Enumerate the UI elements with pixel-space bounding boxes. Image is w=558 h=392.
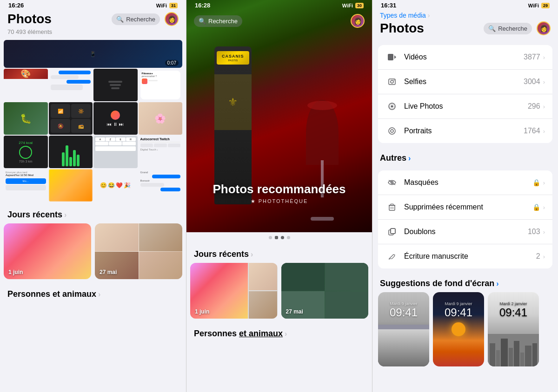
app-title-3: Photos: [380, 21, 424, 36]
video-thumb[interactable]: 📱 0:07: [4, 40, 182, 68]
header-actions-1: 🔍 Recherche 👩: [112, 12, 179, 26]
app-header-3: Photos 🔍 Recherche 👩: [372, 19, 558, 41]
wp-beach-time: Mardi 9 janvier 09:41: [378, 301, 429, 319]
day-card-27mai-1[interactable]: 27 mai: [95, 223, 182, 279]
photo-cell-stats1[interactable]: 274 kcal 70h 3 km: [4, 136, 48, 168]
svg-rect-12: [389, 205, 395, 210]
status-bar-1: 16:26 WiFi 31: [0, 0, 186, 10]
section-recent-days-2[interactable]: Jours récents ›: [186, 243, 372, 263]
photo-cell-controlcenter[interactable]: 📶 🔆 🔕 📻: [49, 102, 93, 135]
day-card-1jun-2[interactable]: 1 juin: [190, 263, 278, 319]
svg-point-8: [389, 128, 395, 134]
photo-cell-barchart[interactable]: [49, 136, 93, 168]
autres-arrow: ›: [408, 154, 411, 163]
people-label-1: Personnes et animaux: [7, 289, 96, 299]
wallpaper-city[interactable]: Mardi 2 janvier 09:41: [488, 292, 539, 366]
wp-city-clock: 09:41: [488, 306, 539, 319]
videos-label: Vidéos: [404, 53, 524, 61]
wifi-icon-2: WiFi: [342, 3, 353, 8]
people-label-2: Personnes et animaux: [194, 329, 283, 339]
days-row-1: 1 juin 27 mai: [0, 223, 186, 283]
media-item-livephotos[interactable]: Live Photos 296 ›: [378, 94, 552, 119]
avatar-2[interactable]: 👩: [351, 14, 365, 28]
svg-rect-0: [388, 54, 393, 60]
portraits-icon: [385, 124, 399, 137]
photo-cell-green[interactable]: 🐛: [4, 102, 48, 135]
hero-title: Photos recommandées: [186, 182, 372, 196]
ecriture-icon: [385, 250, 399, 263]
svg-point-3: [391, 80, 393, 83]
photo-cell-dark[interactable]: [93, 69, 138, 101]
days-row-2: 1 juin 27 mai: [186, 263, 372, 322]
day-label-27mai-2: 27 mai: [286, 308, 303, 315]
photo-cell-anime[interactable]: 🎨: [4, 69, 48, 101]
breadcrumb-arrow-3: ›: [428, 12, 430, 19]
avatar-3[interactable]: 👩: [537, 21, 551, 35]
photo-cell-player[interactable]: ⏮ ⏸ ⏭: [93, 102, 138, 135]
autres-label: Autres: [380, 153, 406, 163]
status-time-2: 16:28: [195, 2, 210, 9]
search-label-3: Recherche: [498, 25, 527, 32]
dot-4: [287, 236, 290, 239]
photo-cell-notification[interactable]: Fitness+ personnalisé ?: [139, 69, 183, 101]
panel-media-types: 16:31 WiFi 29 Types de média › Photos 🔍 …: [372, 0, 558, 392]
photo-cell-schedule[interactable]: Envoyer plus tard Aujourd'hui 12:50 Mod …: [4, 169, 48, 202]
panel-featured: 16:28 WiFi 30 🔍 Recherche 👩 CASANIS PAST…: [186, 0, 372, 392]
selfies-count: 3004: [524, 78, 540, 86]
suggestions-header[interactable]: Suggestions de fond d'écran ›: [372, 272, 558, 292]
panel-photos-library: 16:26 WiFi 31 Photos 🔍 Recherche 👩 70 49…: [0, 0, 186, 392]
wallpaper-beach[interactable]: Mardi 9 janvier 09:41: [378, 292, 429, 366]
recent-days-arrow-2: ›: [251, 250, 253, 259]
battery-1: 31: [169, 3, 178, 8]
search-button-1[interactable]: 🔍 Recherche: [112, 13, 160, 25]
photo-cell-autocomplete[interactable]: Autocorrect Twitch Digital Touch ›: [139, 136, 183, 168]
section-people-1[interactable]: Personnes et animaux ›: [0, 283, 186, 303]
wifi-icon-3: WiFi: [528, 3, 539, 8]
breadcrumb-3[interactable]: Types de média ›: [372, 10, 558, 19]
battery-3: 29: [541, 3, 550, 8]
search-label-1: Recherche: [126, 16, 155, 23]
search-button-3[interactable]: 🔍 Recherche: [484, 23, 532, 34]
photo-cell-blur[interactable]: [49, 169, 93, 202]
autres-header[interactable]: Autres ›: [372, 147, 558, 167]
media-item-selfies[interactable]: Selfies 3004 ›: [378, 70, 552, 94]
avatar-1[interactable]: 👩: [165, 12, 179, 26]
video-duration: 0:07: [165, 60, 179, 66]
section-recent-days-1[interactable]: Jours récents ›: [0, 203, 186, 223]
wallpaper-sunset[interactable]: Mardi 9 janvier 09:41: [433, 292, 484, 366]
app-header-1: Photos 🔍 Recherche 👩 70 493 éléments: [0, 10, 186, 39]
supprimees-arrow: ›: [543, 204, 545, 211]
photo-cell-messages[interactable]: Grand Bonsoir: [139, 169, 183, 202]
doublons-label: Doublons: [404, 228, 528, 236]
status-icons-3: WiFi 29: [528, 3, 550, 8]
day-card-1jun-1[interactable]: 1 juin: [4, 223, 91, 279]
dot-indicator: [186, 232, 372, 243]
element-count-1: 70 493 éléments: [7, 28, 179, 35]
day-card-27mai-2[interactable]: 27 mai: [281, 263, 369, 319]
search-icon-2: 🔍: [199, 18, 206, 25]
autres-item-doublons[interactable]: Doublons 103 ›: [378, 220, 552, 244]
doublons-icon: [385, 225, 399, 238]
selfies-arrow: ›: [543, 78, 545, 85]
autres-item-ecriture[interactable]: Écriture manuscrite 2 ›: [378, 244, 552, 268]
doublons-arrow: ›: [543, 229, 545, 235]
svg-point-9: [391, 130, 393, 132]
photo-cell-keyboard[interactable]: A Z E R: [93, 136, 138, 168]
photo-cell-flowers[interactable]: 🌸: [139, 102, 183, 135]
media-item-videos[interactable]: Vidéos 3877 ›: [378, 45, 552, 70]
media-item-portraits[interactable]: Portraits 1764 ›: [378, 119, 552, 143]
section-people-2[interactable]: Personnes et animaux ›: [186, 322, 372, 342]
portraits-label: Portraits: [404, 127, 524, 135]
autres-item-supprimees[interactable]: Supprimées récemment 🔒 ›: [378, 195, 552, 220]
photo-cell-emoji[interactable]: 😊😂 ❤️🎉: [93, 169, 138, 202]
masquees-label: Masquées: [404, 178, 529, 187]
status-icons-2: WiFi 30: [342, 3, 364, 8]
search-button-2[interactable]: 🔍 Recherche: [194, 15, 242, 27]
autres-item-masquees[interactable]: Masquées 🔒 ›: [378, 170, 552, 195]
search-label-2: Recherche: [208, 18, 238, 25]
day-label-27mai-1: 27 mai: [100, 269, 117, 275]
day-label-1jun-1: 1 juin: [8, 269, 23, 275]
status-icons-1: WiFi 31: [156, 3, 178, 8]
svg-rect-14: [391, 204, 393, 205]
photo-cell-chat[interactable]: [49, 69, 93, 101]
